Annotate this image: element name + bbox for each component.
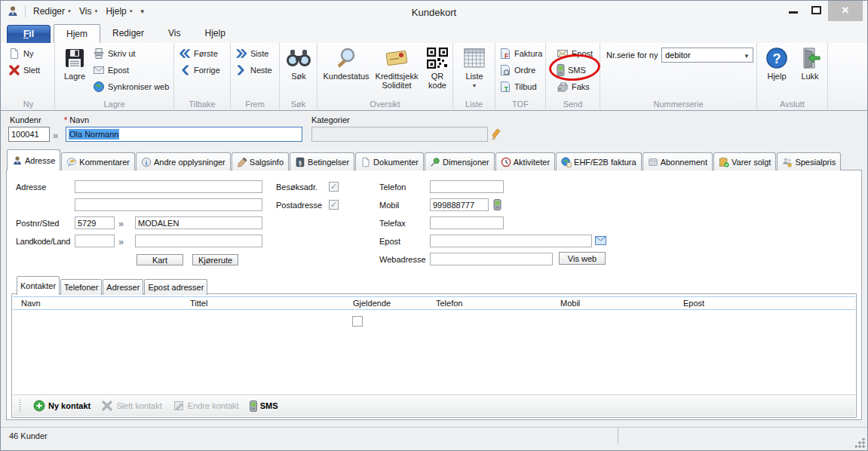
tab-varer-solgt[interactable]: Varer solgt — [713, 152, 776, 170]
forrige-button[interactable]: Forrige — [179, 62, 220, 78]
siste-button[interactable]: Siste — [235, 45, 272, 62]
kategorier-field[interactable] — [311, 127, 488, 142]
synkroniser-web-button[interactable]: Synkroniser web — [93, 78, 169, 95]
mobil-field[interactable]: 999888777 — [430, 198, 489, 211]
tab-betingelser[interactable]: § Betingelser — [290, 152, 354, 170]
ctab-epost-adresser[interactable]: Epost adresser — [144, 279, 207, 295]
adresse1-field[interactable] — [75, 180, 262, 193]
skriv-ut-button[interactable]: Skriv ut — [93, 45, 169, 62]
aktiviteter-icon — [501, 157, 511, 167]
vis-web-button[interactable]: Vis web — [559, 252, 606, 265]
tab-rediger[interactable]: Rediger — [100, 24, 156, 43]
resize-grip[interactable] — [855, 438, 865, 448]
group-nummerserie: Nr.serie for ny debitor ▼ Nummerserie — [600, 43, 757, 109]
tab-spesialpris[interactable]: Spesialpris — [777, 152, 841, 170]
landkode-field[interactable] — [75, 235, 115, 247]
delete-icon — [8, 64, 20, 76]
tab-aktiviteter[interactable]: Aktiviteter — [495, 152, 555, 170]
kommentarer-icon — [66, 157, 77, 167]
col-navn[interactable]: Navn — [21, 299, 41, 308]
minimize-button[interactable] — [783, 1, 805, 20]
close-button[interactable]: ✕ — [828, 1, 863, 21]
telefax-label: Telefax — [379, 219, 406, 228]
ctab-adresser[interactable]: Adresser — [103, 279, 143, 295]
webadresse-field[interactable] — [430, 253, 553, 265]
adresse2-field[interactable] — [75, 198, 262, 211]
status-separator — [618, 428, 618, 444]
ordre-icon — [499, 64, 511, 76]
tab-dimensjoner[interactable]: Dimensjoner — [425, 152, 495, 170]
tab-adresse[interactable]: Adresse — [7, 149, 60, 170]
ctab-kontakter[interactable]: Kontakter — [17, 276, 60, 295]
tab-hjelp[interactable]: Hjelp — [193, 24, 238, 43]
mobil-phone-icon[interactable] — [493, 199, 501, 210]
kundenr-lookup[interactable]: » — [53, 130, 57, 141]
sted-field[interactable]: MODALEN — [135, 216, 262, 229]
slett-button[interactable]: Slett — [8, 62, 40, 78]
col-epost[interactable]: Epost — [683, 299, 704, 308]
kart-button[interactable]: Kart — [136, 254, 183, 265]
next-arrow-icon — [235, 64, 247, 76]
col-tittel[interactable]: Tittel — [190, 299, 207, 308]
telefon-field[interactable] — [430, 180, 504, 193]
land-field[interactable] — [135, 235, 262, 247]
faktura-button[interactable]: F Faktura — [499, 45, 542, 62]
epost-button[interactable]: Epost — [93, 62, 169, 78]
slett-kontakt-button[interactable]: Slett kontakt — [101, 400, 162, 412]
varer-solgt-icon — [719, 157, 729, 167]
kjorerute-button[interactable]: Kjørerute — [192, 254, 238, 265]
tab-andre-opplysninger[interactable]: i Andre opplysninger — [136, 152, 231, 170]
ny-button[interactable]: Ny — [8, 45, 40, 62]
tab-ehf-faktura[interactable]: EHF/E2B faktura — [556, 152, 642, 170]
file-tab[interactable]: Fil — [7, 25, 51, 43]
postnr-field[interactable]: 5729 — [75, 216, 115, 229]
nrserie-select[interactable]: debitor ▼ — [661, 48, 753, 63]
ny-kontakt-button[interactable]: Ny kontakt — [33, 400, 90, 412]
tab-kommentarer[interactable]: Kommentarer — [61, 152, 135, 170]
tilbud-button[interactable]: T Tilbud — [499, 78, 542, 95]
kundestatus-button[interactable]: Kundestatus — [321, 44, 372, 81]
tab-abonnement[interactable]: Abonnement — [643, 152, 713, 170]
lukk-button[interactable]: Lukk — [795, 44, 825, 81]
select-arrow-icon: ▼ — [744, 53, 750, 60]
maximize-button[interactable] — [805, 1, 828, 20]
sms-kontakt-button[interactable]: SMS — [250, 400, 278, 412]
group-frem: Siste Neste Frem — [231, 43, 280, 109]
edit-kategorier-icon[interactable] — [491, 128, 502, 140]
landkode-lookup[interactable]: » — [118, 236, 123, 247]
col-gjeldende[interactable]: Gjeldende — [353, 299, 391, 308]
postnr-lookup[interactable]: » — [118, 218, 123, 229]
ctab-telefoner[interactable]: Telefoner — [60, 279, 102, 295]
postadresse-checkbox[interactable]: ✓ — [329, 200, 339, 210]
exit-door-icon — [799, 47, 820, 69]
neste-button[interactable]: Neste — [235, 62, 272, 78]
col-mobil[interactable]: Mobil — [560, 299, 580, 308]
col-telefon[interactable]: Telefon — [436, 299, 462, 308]
tab-hjem[interactable]: Hjem — [54, 24, 100, 43]
ordre-button[interactable]: Ordre — [499, 62, 542, 78]
statusbar: 46 Kunder — [1, 427, 867, 444]
send-faks-button[interactable]: Faks — [557, 78, 593, 95]
svg-text:F: F — [505, 52, 509, 60]
epost-envelope-icon[interactable] — [595, 236, 606, 245]
add-icon — [33, 400, 45, 412]
tab-dokumenter[interactable]: Dokumenter — [355, 152, 424, 170]
epost-field[interactable] — [430, 235, 592, 247]
contacts-tab-strip: Kontakter Telefoner Adresser Epost adres… — [17, 276, 208, 295]
endre-kontakt-button[interactable]: Endre kontakt — [173, 400, 239, 412]
kredittsjekk-button[interactable]: KredittsjekkSoliditet — [372, 44, 422, 90]
group-tilbake: Første Forrige Tilbake — [174, 43, 231, 109]
tab-vis[interactable]: Vis — [156, 24, 192, 43]
gjeldende-checkbox[interactable] — [352, 316, 363, 327]
liste-button[interactable]: Liste ▼ — [458, 44, 491, 91]
telefax-field[interactable] — [430, 216, 504, 229]
hjelp-button[interactable]: ? Hjelp — [762, 44, 792, 81]
kundenr-field[interactable]: 100041 — [8, 127, 50, 142]
tab-salgsinfo[interactable]: Salgsinfo — [232, 152, 289, 170]
sok-button[interactable]: Søk — [282, 44, 315, 81]
forste-button[interactable]: Første — [179, 45, 220, 62]
lagre-button[interactable]: Lagre — [60, 44, 90, 81]
qr-kode-button[interactable]: QRkode — [423, 44, 452, 90]
navn-field[interactable]: Ola Normann — [66, 127, 302, 142]
besoksadr-checkbox[interactable]: ✓ — [329, 182, 339, 192]
